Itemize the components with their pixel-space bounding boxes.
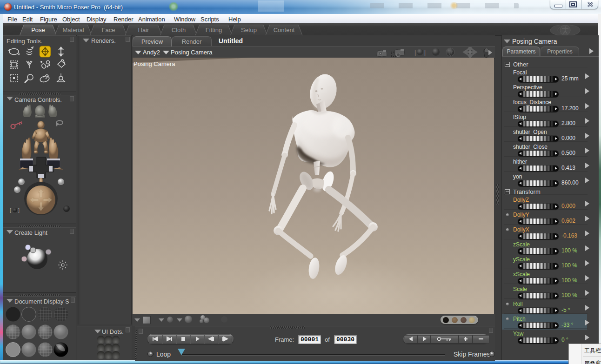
svg-text:]: ] bbox=[18, 207, 20, 213]
svg-text:]: ] bbox=[424, 48, 426, 56]
svg-text:[: [ bbox=[10, 207, 11, 213]
svg-text:[: [ bbox=[414, 48, 417, 56]
